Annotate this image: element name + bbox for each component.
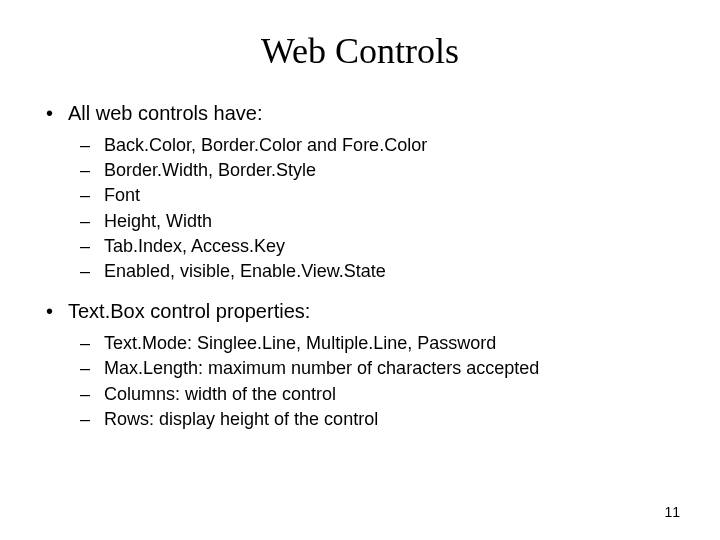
bullet-text: Text.Box control properties: xyxy=(68,298,680,325)
dash-marker: – xyxy=(78,209,104,234)
dash-marker: – xyxy=(78,158,104,183)
bullet-item: • All web controls have: xyxy=(40,100,680,127)
sublist-text: Rows: display height of the control xyxy=(104,407,680,432)
dash-marker: – xyxy=(78,331,104,356)
sublist-text: Max.Length: maximum number of characters… xyxy=(104,356,680,381)
sublist-item: – Font xyxy=(78,183,680,208)
sublist-text: Border.Width, Border.Style xyxy=(104,158,680,183)
slide-title: Web Controls xyxy=(40,30,680,72)
sublist-text: Back.Color, Border.Color and Fore.Color xyxy=(104,133,680,158)
sublist-text: Height, Width xyxy=(104,209,680,234)
dash-marker: – xyxy=(78,356,104,381)
dash-marker: – xyxy=(78,234,104,259)
bullet-item: • Text.Box control properties: xyxy=(40,298,680,325)
sublist-text: Text.Mode: Singlee.Line, Multiple.Line, … xyxy=(104,331,680,356)
bullet-marker: • xyxy=(40,100,68,127)
dash-marker: – xyxy=(78,382,104,407)
slide-content: • All web controls have: – Back.Color, B… xyxy=(40,100,680,432)
dash-marker: – xyxy=(78,133,104,158)
sublist-text: Tab.Index, Access.Key xyxy=(104,234,680,259)
sublist-item: – Text.Mode: Singlee.Line, Multiple.Line… xyxy=(78,331,680,356)
sublist-text: Font xyxy=(104,183,680,208)
sublist-item: – Height, Width xyxy=(78,209,680,234)
dash-marker: – xyxy=(78,259,104,284)
dash-marker: – xyxy=(78,183,104,208)
sublist-text: Columns: width of the control xyxy=(104,382,680,407)
sublist-item: – Max.Length: maximum number of characte… xyxy=(78,356,680,381)
dash-marker: – xyxy=(78,407,104,432)
sublist-item: – Tab.Index, Access.Key xyxy=(78,234,680,259)
bullet-marker: • xyxy=(40,298,68,325)
sublist-item: – Columns: width of the control xyxy=(78,382,680,407)
sublist-item: – Back.Color, Border.Color and Fore.Colo… xyxy=(78,133,680,158)
sublist: – Text.Mode: Singlee.Line, Multiple.Line… xyxy=(78,331,680,432)
sublist-item: – Enabled, visible, Enable.View.State xyxy=(78,259,680,284)
sublist-item: – Border.Width, Border.Style xyxy=(78,158,680,183)
page-number: 11 xyxy=(664,504,680,520)
bullet-text: All web controls have: xyxy=(68,100,680,127)
sublist-text: Enabled, visible, Enable.View.State xyxy=(104,259,680,284)
sublist: – Back.Color, Border.Color and Fore.Colo… xyxy=(78,133,680,284)
sublist-item: – Rows: display height of the control xyxy=(78,407,680,432)
